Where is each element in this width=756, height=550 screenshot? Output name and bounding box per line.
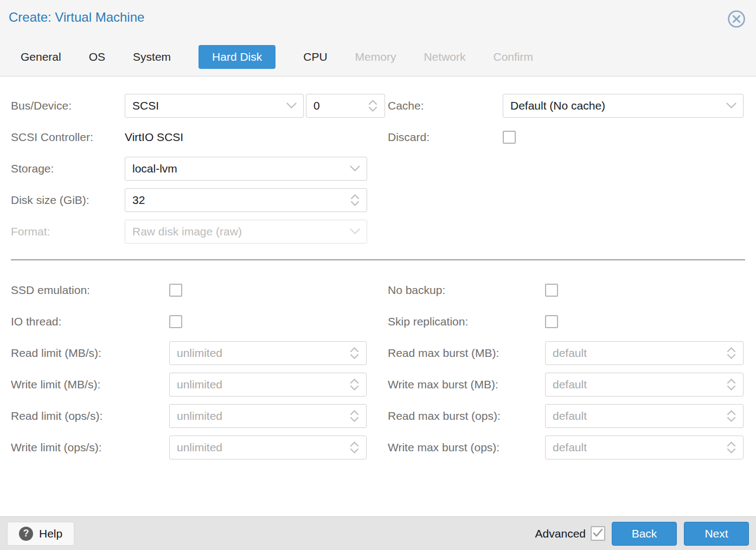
checkmark-icon [593,528,603,539]
spinner-arrows-icon[interactable] [361,94,385,117]
device-number-input[interactable] [306,99,361,112]
help-button-label: Help [39,527,62,540]
cache-input[interactable] [503,99,719,112]
write-max-burst-mb-label: Write max burst (MB): [388,378,545,391]
tab-network: Network [424,45,465,69]
tab-bar: General OS System Hard Disk CPU Memory N… [21,45,533,69]
write-max-burst-ops-label: Write max burst (ops): [388,441,545,454]
scsi-controller-label: SCSI Controller: [11,131,125,144]
disk-size-label: Disk size (GiB): [11,194,125,207]
read-max-burst-ops-input[interactable] [546,410,719,423]
ssd-emulation-checkbox[interactable] [169,284,182,297]
spinner-arrows-icon[interactable] [342,436,366,459]
read-limit-mb-spinner[interactable] [169,341,367,365]
read-limit-ops-label: Read limit (ops/s): [11,410,169,423]
help-button[interactable]: ? Help [7,522,74,546]
tab-system[interactable]: System [133,45,171,69]
write-max-burst-ops-input[interactable] [546,441,719,454]
help-icon: ? [19,527,33,541]
skip-replication-label: Skip replication: [388,315,545,328]
row-bus-device-cache: Bus/Device: [11,90,745,121]
scsi-controller-value: VirtIO SCSI [125,131,183,143]
chevron-down-icon[interactable] [279,94,303,117]
bus-device-label: Bus/Device: [11,99,125,112]
dialog-footer: ? Help Advanced Back Next [0,516,756,550]
read-max-burst-mb-label: Read max burst (MB): [388,347,545,360]
tab-os[interactable]: OS [89,45,105,69]
device-number-spinner[interactable] [306,94,385,118]
write-limit-ops-label: Write limit (ops/s): [11,441,169,454]
advanced-section-divider [11,259,745,260]
no-backup-checkbox[interactable] [545,284,558,297]
storage-label: Storage: [11,162,125,175]
no-backup-label: No backup: [388,284,545,297]
spinner-arrows-icon[interactable] [342,405,366,427]
write-max-burst-mb-input[interactable] [546,378,719,391]
dialog-header: Create: Virtual Machine General OS Syste… [0,0,756,76]
tab-cpu[interactable]: CPU [303,45,327,69]
write-max-burst-ops-spinner[interactable] [545,436,744,459]
read-max-burst-ops-spinner[interactable] [545,404,744,428]
spinner-arrows-icon[interactable] [719,405,743,427]
format-label: Format: [11,225,125,238]
spinner-arrows-icon[interactable] [343,189,367,212]
row-ssd-nobackup: SSD emulation: No backup: [11,274,745,306]
read-max-burst-mb-input[interactable] [546,347,719,360]
tab-hard-disk[interactable]: Hard Disk [198,45,276,69]
skip-replication-checkbox[interactable] [545,315,558,328]
tab-general[interactable]: General [21,45,61,69]
bus-device-combo[interactable] [125,94,304,118]
storage-input[interactable] [125,162,343,175]
read-max-burst-ops-label: Read max burst (ops): [388,410,545,423]
row-format: Format: [11,216,745,247]
chevron-down-icon[interactable] [343,157,367,180]
create-vm-dialog: Create: Virtual Machine General OS Syste… [0,0,756,550]
write-max-burst-mb-spinner[interactable] [545,373,744,396]
chevron-down-icon [343,220,367,243]
discard-checkbox[interactable] [503,131,516,144]
write-limit-ops-spinner[interactable] [169,436,367,459]
tab-memory: Memory [355,45,396,69]
close-icon [727,22,746,30]
format-combo-disabled [125,220,367,244]
tab-confirm: Confirm [493,45,533,69]
close-button[interactable] [727,9,746,29]
advanced-label: Advanced [535,527,586,540]
ssd-emulation-label: SSD emulation: [11,284,169,297]
cache-combo[interactable] [503,94,744,118]
next-button[interactable]: Next [684,522,749,546]
read-max-burst-mb-spinner[interactable] [545,341,744,365]
row-iothread-skiprepl: IO thread: Skip replication: [11,306,745,337]
write-limit-mb-spinner[interactable] [169,373,367,396]
row-write-limit-mb: Write limit (MB/s): Write max burst (MB)… [11,369,745,400]
write-limit-mb-label: Write limit (MB/s): [11,378,169,391]
spinner-arrows-icon[interactable] [719,436,743,459]
spinner-arrows-icon[interactable] [342,373,366,396]
read-limit-ops-spinner[interactable] [169,404,367,428]
row-write-limit-ops: Write limit (ops/s): Write max burst (op… [11,432,745,463]
bus-device-input[interactable] [125,99,279,112]
dialog-title: Create: Virtual Machine [9,10,144,25]
read-limit-mb-input[interactable] [170,347,342,360]
io-thread-checkbox[interactable] [169,315,182,328]
advanced-checkbox[interactable] [591,526,605,541]
io-thread-label: IO thread: [11,315,169,328]
read-limit-mb-label: Read limit (MB/s): [11,347,169,360]
row-read-limit-ops: Read limit (ops/s): Read max burst (ops)… [11,400,745,432]
write-limit-ops-input[interactable] [170,441,342,454]
storage-combo[interactable] [125,157,367,181]
hard-disk-form: Bus/Device: [0,76,756,516]
spinner-arrows-icon[interactable] [342,342,366,364]
discard-label: Discard: [388,131,503,144]
spinner-arrows-icon[interactable] [719,342,743,364]
back-button[interactable]: Back [612,522,677,546]
chevron-down-icon[interactable] [719,94,743,117]
row-read-limit-mb: Read limit (MB/s): Read max burst (MB): [11,337,745,369]
row-scsi-controller-discard: SCSI Controller: VirtIO SCSI Discard: [11,121,745,153]
spinner-arrows-icon[interactable] [719,373,743,396]
row-storage: Storage: [11,153,745,184]
disk-size-input[interactable] [125,194,343,207]
write-limit-mb-input[interactable] [170,378,342,391]
read-limit-ops-input[interactable] [170,410,342,423]
disk-size-spinner[interactable] [125,188,367,212]
